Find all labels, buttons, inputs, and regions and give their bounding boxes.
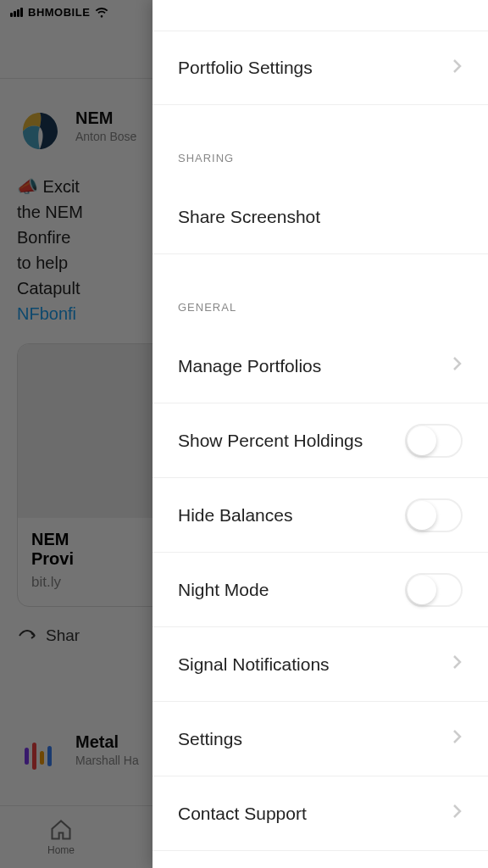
settings-panel: Portfolio Settings SHARING Share Screens…	[152, 0, 488, 868]
toggle-knob	[408, 576, 436, 604]
sharing-section-header: SHARING	[152, 105, 488, 180]
row-label: Night Mode	[178, 580, 269, 600]
night-mode-row: Night Mode	[152, 553, 488, 627]
toggle-knob	[408, 426, 436, 455]
row-label: Hide Balances	[178, 505, 292, 526]
signal-notifications-row[interactable]: Signal Notifications	[152, 627, 488, 702]
chevron-right-icon	[452, 729, 463, 748]
row-label: Portfolio Settings	[178, 58, 313, 78]
chevron-right-icon	[452, 654, 463, 674]
general-section-header: GENERAL	[152, 254, 488, 329]
carrier-label: BHMOBILE	[28, 6, 90, 19]
status-left: BHMOBILE	[10, 5, 108, 19]
hide-balances-toggle[interactable]	[405, 498, 463, 532]
night-mode-toggle[interactable]	[405, 573, 463, 607]
show-percent-holdings-row: Show Percent Holdings	[152, 403, 488, 478]
row-label: Show Percent Holdings	[178, 431, 363, 451]
settings-row[interactable]: Settings	[152, 702, 488, 776]
share-screenshot-row[interactable]: Share Screenshot	[152, 180, 488, 254]
portfolio-settings-row[interactable]: Portfolio Settings	[152, 31, 488, 105]
row-label: Share Screenshot	[178, 207, 320, 227]
hide-balances-row: Hide Balances	[152, 478, 488, 553]
row-label: Contact Support	[178, 804, 307, 824]
chevron-right-icon	[452, 804, 463, 823]
chevron-right-icon	[452, 356, 463, 376]
row-label: Signal Notifications	[178, 654, 330, 675]
wifi-icon	[95, 5, 108, 19]
row-label: Manage Portfolios	[178, 356, 321, 376]
contact-support-row[interactable]: Contact Support	[152, 776, 488, 851]
manage-portfolios-row[interactable]: Manage Portfolios	[152, 329, 488, 403]
toggle-knob	[408, 501, 436, 530]
signal-bars-icon	[10, 8, 23, 17]
show-percent-toggle[interactable]	[405, 424, 463, 458]
chevron-right-icon	[452, 58, 463, 78]
row-label: Settings	[178, 729, 242, 749]
